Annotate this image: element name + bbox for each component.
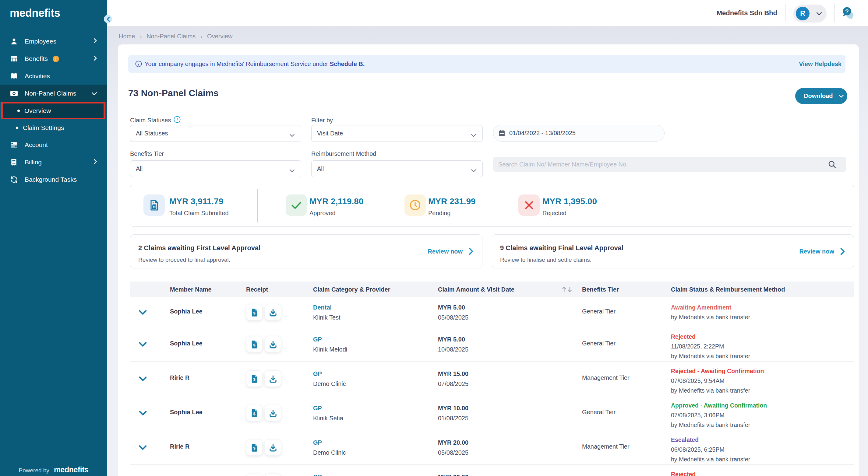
svg-text:$: $ (253, 446, 255, 450)
svg-text:$: $ (253, 342, 255, 347)
svg-text:$: $ (253, 411, 255, 416)
svg-text:i: i (177, 117, 178, 122)
svg-text:$: $ (253, 377, 255, 381)
svg-text:i: i (138, 62, 139, 66)
svg-text:$: $ (253, 310, 255, 315)
svg-text:?: ? (845, 8, 849, 14)
